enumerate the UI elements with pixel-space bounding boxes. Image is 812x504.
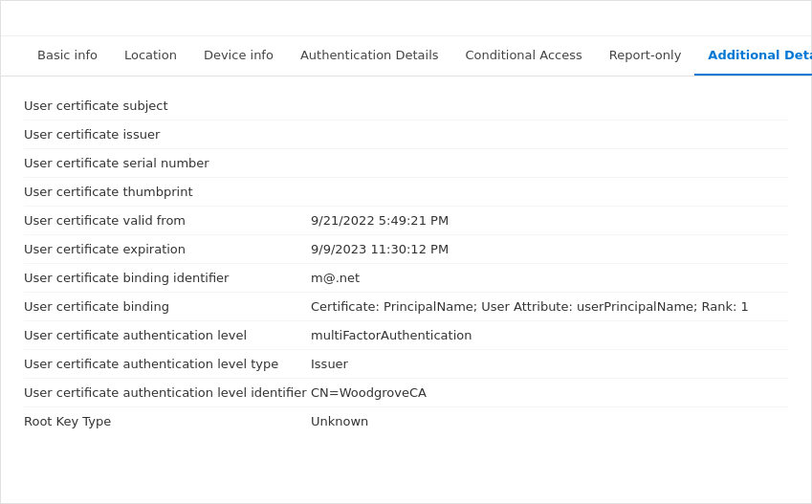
table-row: User certificate bindingCertificate: Pri…: [24, 293, 788, 321]
tab-additional-details[interactable]: Additional Details: [694, 36, 812, 76]
row-label: User certificate issuer: [24, 127, 311, 142]
row-value: Certificate: PrincipalName; User Attribu…: [311, 299, 788, 314]
row-label: User certificate valid from: [24, 213, 311, 228]
activity-details-dialog: Basic infoLocationDevice infoAuthenticat…: [0, 0, 812, 504]
table-row: User certificate binding identifierm@.ne…: [24, 264, 788, 293]
table-row: User certificate issuer: [24, 121, 788, 149]
row-label: User certificate subject: [24, 99, 311, 113]
table-row: User certificate authentication levelmul…: [24, 321, 788, 350]
row-label: User certificate authentication level id…: [24, 385, 311, 400]
row-label: Root Key Type: [24, 414, 311, 428]
tab-authentication-details[interactable]: Authentication Details: [287, 36, 452, 76]
table-row: User certificate expiration9/9/2023 11:3…: [24, 235, 788, 264]
row-value: CN=WoodgroveCA: [311, 385, 788, 400]
tab-location[interactable]: Location: [111, 36, 190, 76]
close-button[interactable]: [777, 20, 788, 24]
row-value: 9/21/2022 5:49:21 PM: [311, 213, 788, 228]
table-row: Root Key TypeUnknown: [24, 407, 788, 435]
row-value: multiFactorAuthentication: [311, 328, 788, 342]
row-value: 9/9/2023 11:30:12 PM: [311, 242, 788, 256]
row-label: User certificate serial number: [24, 156, 311, 170]
row-label: User certificate authentication level: [24, 328, 311, 342]
table-row: User certificate authentication level id…: [24, 379, 788, 407]
row-label: User certificate thumbprint: [24, 185, 311, 199]
table-row: User certificate authentication level ty…: [24, 350, 788, 379]
table-row: User certificate subject: [24, 92, 788, 121]
row-value: Issuer: [311, 357, 788, 371]
content-area: User certificate subjectUser certificate…: [1, 77, 811, 503]
row-value: Unknown: [311, 414, 788, 428]
tab-basic-info[interactable]: Basic info: [24, 36, 111, 76]
tab-device-info[interactable]: Device info: [190, 36, 287, 76]
row-label: User certificate binding identifier: [24, 271, 311, 285]
row-label: User certificate authentication level ty…: [24, 357, 311, 371]
tab-report-only[interactable]: Report-only: [596, 36, 695, 76]
table-row: User certificate thumbprint: [24, 178, 788, 207]
table-row: User certificate valid from9/21/2022 5:4…: [24, 207, 788, 235]
table-row: User certificate serial number: [24, 149, 788, 178]
row-value: m@.net: [311, 271, 788, 285]
tab-bar: Basic infoLocationDevice infoAuthenticat…: [1, 36, 811, 77]
dialog-header: [1, 1, 811, 36]
row-label: User certificate binding: [24, 299, 311, 314]
row-label: User certificate expiration: [24, 242, 311, 256]
tab-conditional-access[interactable]: Conditional Access: [452, 36, 596, 76]
